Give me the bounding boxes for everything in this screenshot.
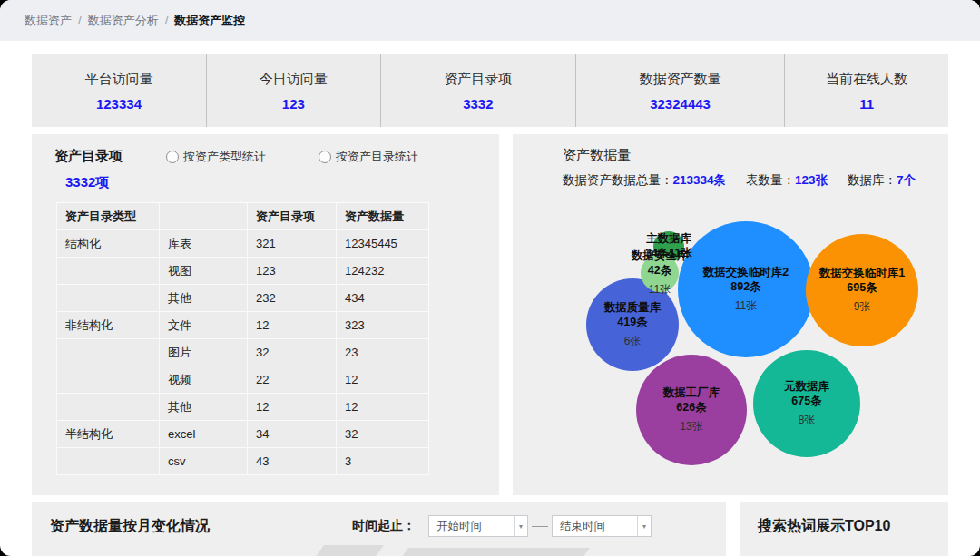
dashboard-page: 数据资产/数据资产分析/数据资产监控 平台访问量123334今日访问量123资产… bbox=[0, 0, 980, 556]
catalog-panel-title: 资产目录项 bbox=[54, 148, 122, 165]
table-cell: csv bbox=[160, 448, 248, 475]
catalog-table-body: 结构化库表32112345445视图123124232其他232434非结构化文… bbox=[57, 230, 429, 475]
catalog-total: 3332项 bbox=[65, 174, 499, 191]
table-row: 半结构化excel3432 bbox=[57, 421, 429, 448]
stats-card: 平台访问量123334今日访问量123资产目录项3332数据资产数量323244… bbox=[32, 54, 948, 127]
stat-value: 3332 bbox=[463, 96, 493, 112]
table-cell: 124232 bbox=[337, 258, 429, 285]
hotwords-title: 搜索热词展示TOP10 bbox=[758, 517, 890, 536]
table-cell: 3 bbox=[337, 448, 429, 475]
table-cell bbox=[57, 258, 160, 285]
table-cell: 321 bbox=[248, 230, 337, 258]
table-header-cell: 资产数据量 bbox=[337, 203, 429, 230]
table-cell: 12 bbox=[248, 312, 337, 339]
time-range-controls: 时间起止： 开始时间 ▾ 结束时间 ▾ bbox=[352, 515, 652, 537]
table-cell: 323 bbox=[337, 312, 429, 339]
table-header-row: 资产目录类型资产目录项资产数据量 bbox=[57, 203, 429, 230]
radio-by-catalog[interactable]: 按资产目录统计 bbox=[318, 149, 418, 165]
breadcrumb-separator: / bbox=[78, 14, 82, 27]
table-row: 视图123124232 bbox=[57, 258, 429, 285]
chart-bubble[interactable] bbox=[753, 350, 860, 457]
table-cell: 32 bbox=[248, 339, 337, 366]
stat-label: 当前在线人数 bbox=[826, 71, 907, 88]
table-cell: 12 bbox=[248, 394, 337, 421]
breadcrumb: 数据资产/数据资产分析/数据资产监控 bbox=[0, 0, 980, 41]
table-cell: 12 bbox=[337, 366, 429, 394]
chart-bubble[interactable] bbox=[636, 355, 747, 465]
stat-label: 平台访问量 bbox=[84, 71, 152, 88]
stat-item: 数据资产数量32324443 bbox=[576, 54, 785, 127]
stat-value: 11 bbox=[859, 96, 874, 112]
table-cell: 图片 bbox=[160, 339, 248, 366]
chart-bubble[interactable] bbox=[641, 254, 679, 292]
table-cell: 232 bbox=[248, 285, 337, 312]
radio-label: 按资产目录统计 bbox=[336, 149, 418, 165]
stat-value: 32324443 bbox=[650, 96, 710, 112]
stat-value: 123 bbox=[282, 96, 305, 112]
table-cell: 半结构化 bbox=[57, 421, 160, 448]
table-header-cell: 资产目录项 bbox=[248, 203, 337, 230]
table-row: 结构化库表32112345445 bbox=[57, 230, 429, 258]
table-row: 其他1212 bbox=[57, 394, 429, 421]
time-range-label: 时间起止： bbox=[352, 518, 416, 534]
stat-item: 平台访问量123334 bbox=[32, 54, 207, 127]
table-cell bbox=[57, 339, 160, 366]
radio-icon bbox=[318, 151, 331, 163]
dropdown-caret-icon[interactable]: ▾ bbox=[514, 516, 527, 536]
stat-item: 资产目录项3332 bbox=[381, 54, 576, 127]
table-cell: 43 bbox=[248, 448, 337, 475]
breadcrumb-item[interactable]: 数据资产 bbox=[24, 13, 72, 29]
bubble-chart: 数据交换临时库2892条11张数据交换临时库1695条9张数据工厂库626条13… bbox=[513, 134, 948, 495]
chart-bubble[interactable] bbox=[806, 234, 918, 346]
date-range-connector bbox=[532, 526, 548, 527]
table-cell: 22 bbox=[248, 366, 337, 394]
table-cell: 12345445 bbox=[337, 230, 429, 258]
table-row: 其他232434 bbox=[57, 285, 429, 312]
breadcrumb-item[interactable]: 数据资产监控 bbox=[174, 13, 245, 29]
breadcrumb-item[interactable]: 数据资产分析 bbox=[88, 13, 159, 29]
table-row: 非结构化文件12323 bbox=[57, 312, 429, 339]
table-cell: 库表 bbox=[160, 230, 248, 258]
table-cell: 32 bbox=[337, 421, 429, 448]
table-cell: 视图 bbox=[160, 258, 248, 285]
table-cell bbox=[57, 366, 160, 394]
table-cell: 434 bbox=[337, 285, 429, 312]
table-row: 图片3223 bbox=[57, 339, 429, 366]
table-cell: 123 bbox=[248, 258, 337, 285]
watermark-shape bbox=[315, 545, 384, 556]
stat-label: 今日访问量 bbox=[260, 71, 328, 88]
table-header-cell: 资产目录类型 bbox=[57, 203, 160, 230]
end-date-input[interactable]: 结束时间 ▾ bbox=[552, 515, 652, 537]
start-date-placeholder: 开始时间 bbox=[429, 516, 514, 536]
catalog-panel: 资产目录项 按资产类型统计 按资产目录统计 3332项 资产目录类型资产目录项资… bbox=[32, 134, 499, 495]
asset-volume-panel: 资产数据量 数据资产数据总量：213334条表数量：123张数据库：7个 数据交… bbox=[513, 134, 948, 495]
table-cell: 12 bbox=[337, 394, 429, 421]
table-cell: excel bbox=[160, 421, 248, 448]
table-cell: 文件 bbox=[160, 312, 248, 339]
chart-bubble[interactable] bbox=[678, 221, 814, 357]
table-cell: 非结构化 bbox=[57, 312, 160, 339]
table-cell: 23 bbox=[337, 339, 429, 366]
hotwords-panel: 搜索热词展示TOP10 bbox=[740, 502, 948, 556]
stat-item: 当前在线人数11 bbox=[785, 54, 948, 127]
chart-bubble[interactable] bbox=[586, 278, 679, 371]
watermark-shape bbox=[401, 548, 590, 556]
table-cell bbox=[57, 285, 160, 312]
table-cell bbox=[57, 448, 160, 475]
end-date-placeholder: 结束时间 bbox=[553, 516, 637, 536]
stat-label: 数据资产数量 bbox=[640, 71, 721, 88]
catalog-table: 资产目录类型资产目录项资产数据量 结构化库表32112345445视图12312… bbox=[56, 202, 429, 475]
table-cell: 34 bbox=[248, 421, 337, 448]
stat-label: 资产目录项 bbox=[444, 71, 512, 88]
radio-by-asset-type[interactable]: 按资产类型统计 bbox=[166, 149, 266, 165]
dropdown-caret-icon[interactable]: ▾ bbox=[637, 516, 651, 536]
table-row: csv433 bbox=[57, 448, 429, 475]
monthly-change-title: 资产数据量按月变化情况 bbox=[50, 517, 210, 536]
start-date-input[interactable]: 开始时间 ▾ bbox=[428, 515, 528, 537]
table-cell bbox=[57, 394, 160, 421]
table-cell: 视频 bbox=[160, 366, 248, 394]
radio-label: 按资产类型统计 bbox=[183, 149, 266, 165]
table-header-cell bbox=[160, 203, 248, 230]
breadcrumb-separator: / bbox=[165, 14, 169, 27]
table-cell: 结构化 bbox=[57, 230, 160, 258]
